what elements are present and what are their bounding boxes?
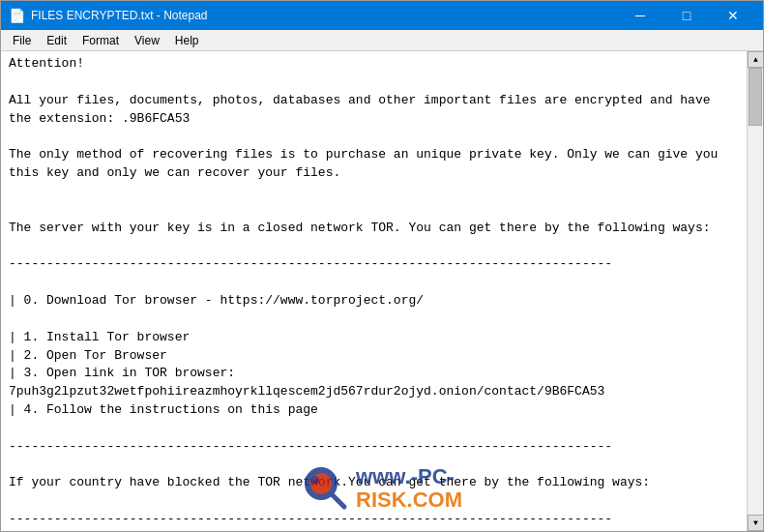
scroll-thumb[interactable] <box>749 68 762 126</box>
menu-view[interactable]: View <box>127 32 167 49</box>
menu-edit[interactable]: Edit <box>39 32 74 49</box>
maximize-button[interactable]: □ <box>664 5 709 26</box>
scrollbar[interactable]: ▲ ▼ <box>747 51 763 531</box>
scroll-track[interactable] <box>748 68 763 515</box>
menu-help[interactable]: Help <box>167 32 207 49</box>
window-title: FILES ENCRYPTED.txt - Notepad <box>31 9 208 22</box>
title-bar: 📄 FILES ENCRYPTED.txt - Notepad ─ □ ✕ <box>1 1 763 30</box>
menu-format[interactable]: Format <box>74 32 127 49</box>
content-area: ▲ ▼ <box>1 51 763 531</box>
title-bar-controls: ─ □ ✕ <box>618 5 755 26</box>
menu-file[interactable]: File <box>5 32 39 49</box>
notepad-window: 📄 FILES ENCRYPTED.txt - Notepad ─ □ ✕ Fi… <box>0 0 764 532</box>
scroll-up-button[interactable]: ▲ <box>748 51 763 68</box>
menu-bar: File Edit Format View Help <box>1 30 763 51</box>
minimize-button[interactable]: ─ <box>618 5 662 26</box>
notepad-icon: 📄 <box>9 8 25 23</box>
text-editor[interactable] <box>1 51 747 531</box>
scroll-down-button[interactable]: ▼ <box>748 515 763 531</box>
close-button[interactable]: ✕ <box>711 5 755 26</box>
title-bar-title-group: 📄 FILES ENCRYPTED.txt - Notepad <box>9 8 208 23</box>
